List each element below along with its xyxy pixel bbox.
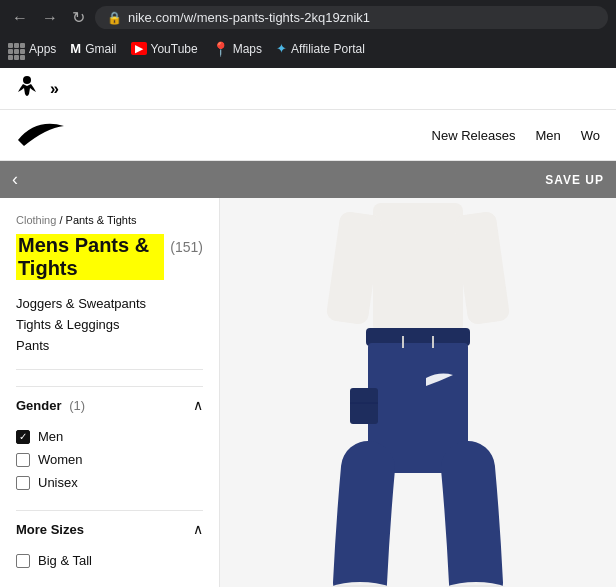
gender-filter-options: ✓ Men Women Unisex xyxy=(16,423,203,510)
url-text: nike.com/w/mens-pants-tights-2kq19znik1 xyxy=(128,10,370,25)
content-area: Clothing / Pants & Tights Mens Pants & T… xyxy=(0,198,616,587)
bookmark-maps[interactable]: 📍 Maps xyxy=(212,41,262,57)
nav-men[interactable]: Men xyxy=(535,128,560,143)
breadcrumb-current: Pants & Tights xyxy=(66,214,137,226)
maps-icon: 📍 xyxy=(212,41,229,57)
gender-option-unisex[interactable]: Unisex xyxy=(16,475,203,490)
size-option-big-tall[interactable]: Big & Tall xyxy=(16,553,203,568)
promo-chevron-icon[interactable]: ‹ xyxy=(12,169,18,190)
gender-filter-title: Gender (1) xyxy=(16,398,85,413)
category-pants[interactable]: Pants xyxy=(16,338,203,353)
men-checkbox[interactable]: ✓ xyxy=(16,430,30,444)
jump-nav: » xyxy=(0,68,616,110)
back-button[interactable]: ← xyxy=(8,7,32,29)
men-label: Men xyxy=(38,429,63,444)
browser-nav-bar: ← → ↻ 🔒 nike.com/w/mens-pants-tights-2kq… xyxy=(8,6,608,29)
youtube-icon: ▶ xyxy=(131,42,147,55)
bookmark-affiliate[interactable]: ✦ Affiliate Portal xyxy=(276,41,365,56)
nav-links: New Releases Men Wo xyxy=(432,128,600,143)
apps-label: Apps xyxy=(29,42,56,56)
youtube-label: YouTube xyxy=(151,42,198,56)
gender-filter-header[interactable]: Gender (1) ∧ xyxy=(16,386,203,423)
promo-text: SAVE UP xyxy=(545,173,604,187)
page-title: Mens Pants & Tights xyxy=(16,234,164,280)
nike-logo[interactable] xyxy=(16,118,66,152)
category-joggers[interactable]: Joggers & Sweatpants xyxy=(16,296,203,311)
gmail-label: Gmail xyxy=(85,42,116,56)
product-area xyxy=(220,198,616,587)
unisex-checkbox[interactable] xyxy=(16,476,30,490)
bookmark-youtube[interactable]: ▶ YouTube xyxy=(131,42,198,56)
gender-option-men[interactable]: ✓ Men xyxy=(16,429,203,444)
gender-chevron-icon: ∧ xyxy=(193,397,203,413)
main-nav: New Releases Men Wo xyxy=(0,110,616,161)
nav-new-releases[interactable]: New Releases xyxy=(432,128,516,143)
big-tall-label: Big & Tall xyxy=(38,553,92,568)
page-title-row: Mens Pants & Tights (151) xyxy=(16,234,203,280)
nike-website: » New Releases Men Wo ‹ SAVE UP Clothing… xyxy=(0,68,616,587)
converse-logo[interactable]: » xyxy=(50,80,57,98)
product-count: (151) xyxy=(170,239,203,255)
gender-filter: Gender (1) ∧ ✓ Men Women xyxy=(16,386,203,510)
bookmark-apps[interactable]: Apps xyxy=(8,37,56,60)
bookmark-gmail[interactable]: M Gmail xyxy=(70,41,116,56)
forward-button[interactable]: → xyxy=(38,7,62,29)
category-tights[interactable]: Tights & Leggings xyxy=(16,317,203,332)
maps-label: Maps xyxy=(233,42,262,56)
svg-rect-1 xyxy=(373,203,463,333)
sizes-filter-options: Big & Tall xyxy=(16,547,203,587)
sizes-filter-title: More Sizes xyxy=(16,522,84,537)
big-tall-checkbox[interactable] xyxy=(16,554,30,568)
affiliate-label: Affiliate Portal xyxy=(291,42,365,56)
sizes-filter: More Sizes ∧ Big & Tall xyxy=(16,510,203,587)
bookmarks-bar: Apps M Gmail ▶ YouTube 📍 Maps ✦ Affiliat… xyxy=(8,35,608,62)
address-bar[interactable]: 🔒 nike.com/w/mens-pants-tights-2kq19znik… xyxy=(95,6,608,29)
apps-grid-icon xyxy=(8,37,25,60)
lock-icon: 🔒 xyxy=(107,11,122,25)
breadcrumb-parent[interactable]: Clothing xyxy=(16,214,56,226)
reload-button[interactable]: ↻ xyxy=(68,6,89,29)
unisex-label: Unisex xyxy=(38,475,78,490)
nav-women[interactable]: Wo xyxy=(581,128,600,143)
breadcrumb: Clothing / Pants & Tights xyxy=(16,214,203,226)
affiliate-icon: ✦ xyxy=(276,41,287,56)
sidebar: Clothing / Pants & Tights Mens Pants & T… xyxy=(0,198,220,587)
category-links: Joggers & Sweatpants Tights & Leggings P… xyxy=(16,296,203,370)
browser-chrome: ← → ↻ 🔒 nike.com/w/mens-pants-tights-2kq… xyxy=(0,0,616,68)
product-image xyxy=(220,198,616,587)
sizes-chevron-icon: ∧ xyxy=(193,521,203,537)
svg-point-0 xyxy=(23,76,31,84)
women-label: Women xyxy=(38,452,83,467)
jumpman-logo[interactable] xyxy=(16,74,38,103)
gender-option-women[interactable]: Women xyxy=(16,452,203,467)
sizes-filter-header[interactable]: More Sizes ∧ xyxy=(16,510,203,547)
promo-bar: ‹ SAVE UP xyxy=(0,161,616,198)
women-checkbox[interactable] xyxy=(16,453,30,467)
gmail-icon: M xyxy=(70,41,81,56)
svg-rect-6 xyxy=(350,388,378,424)
